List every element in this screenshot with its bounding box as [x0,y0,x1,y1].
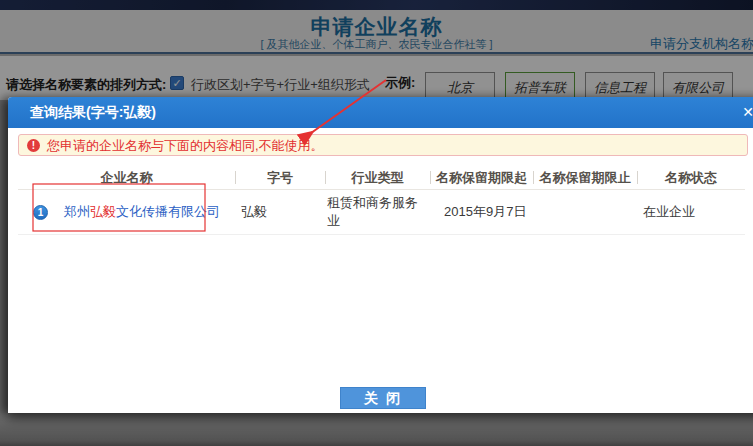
modal-header: 查询结果(字号:弘毅) ✕ [8,97,753,128]
col-header-status: 名称状态 [637,166,745,189]
duplicate-name-warning: ! 您申请的企业名称与下面的内容相同,不能使用。 [18,134,748,156]
result-table: 企业名称 字号 行业类型 名称保留期限起 名称保留期限止 名称状态 1 郑州弘毅… [18,166,745,235]
modal-title: 查询结果(字号:弘毅) [30,97,156,128]
trade-name-cell: 弘毅 [235,190,325,234]
close-icon[interactable]: ✕ [742,97,753,128]
query-result-modal: 查询结果(字号:弘毅) ✕ ! 您申请的企业名称与下面的内容相同,不能使用。 企… [8,97,753,413]
col-header-trade-name: 字号 [235,166,325,189]
company-name-link[interactable]: 郑州弘毅文化传播有限公司 [64,203,220,221]
table-header-row: 企业名称 字号 行业类型 名称保留期限起 名称保留期限止 名称状态 [18,166,745,190]
status-cell: 在业企业 [637,190,745,234]
col-header-reserve-start: 名称保留期限起 [430,166,533,189]
col-header-company-name: 企业名称 [18,166,235,189]
industry-cell: 租赁和商务服务业 [325,190,430,234]
warning-icon: ! [27,139,40,152]
highlighted-trade-name: 弘毅 [90,204,116,219]
col-header-industry: 行业类型 [325,166,430,189]
close-button[interactable]: 关 闭 [340,387,426,409]
reserve-start-cell: 2015年9月7日 [430,190,533,234]
warning-text: 您申请的企业名称与下面的内容相同,不能使用。 [47,135,324,156]
reserve-end-cell [533,190,637,234]
col-header-reserve-end: 名称保留期限止 [533,166,637,189]
row-index-badge: 1 [33,205,48,220]
company-name-cell: 1 郑州弘毅文化传播有限公司 [18,190,235,234]
table-row: 1 郑州弘毅文化传播有限公司 弘毅 租赁和商务服务业 2015年9月7日 在业企… [18,190,745,235]
page: 申请企业名称 [ 及其他企业、个体工商户、农民专业合作社等 ] 申请分支机构名称… [0,0,753,446]
